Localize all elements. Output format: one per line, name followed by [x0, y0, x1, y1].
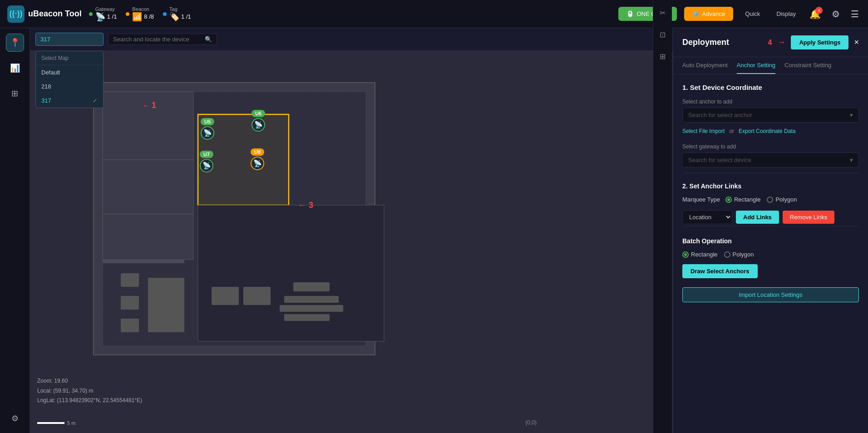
map-toolbar: 317 218 Default 🔍: [30, 28, 673, 51]
polygon-radio-circle: [767, 197, 773, 203]
map-select-dropdown[interactable]: 317 218 Default: [35, 33, 104, 46]
anchor-u5[interactable]: U5 📡: [201, 118, 214, 140]
file-import-link[interactable]: Select File Import: [682, 128, 725, 134]
search-bar[interactable]: 🔍: [108, 34, 217, 45]
remove-links-button[interactable]: Remove Links: [783, 211, 834, 224]
beacon-dot: [126, 12, 129, 16]
map-canvas[interactable]: U5 📡 U6 📡 U7 📡 U8 📡 ← 3: [30, 51, 673, 433]
menu-button[interactable]: ☰: [849, 7, 861, 21]
close-panel-button[interactable]: ×: [854, 38, 859, 47]
map-select-wrap: 317 218 Default: [35, 33, 104, 46]
tab-auto-deployment[interactable]: Auto Deployment: [682, 57, 728, 74]
scale-label: 5 m: [67, 420, 75, 426]
mini-split-icon[interactable]: ⊡: [656, 27, 670, 42]
svg-rect-5: [103, 214, 193, 260]
notification-button[interactable]: 🔔 4: [808, 7, 823, 21]
dropdown-item-default[interactable]: Default: [36, 65, 103, 79]
section2-title: 2. Set Anchor Links: [682, 182, 859, 190]
gateway-dot: [89, 12, 93, 16]
logo-icon: ((·)): [7, 5, 25, 23]
tag-item: Tag 🏷️ 1 /1: [163, 6, 191, 22]
settings-button[interactable]: ⚙: [830, 7, 842, 21]
svg-rect-9: [284, 296, 339, 303]
panel-header-right: 4 → Apply Settings ×: [768, 35, 859, 49]
radio-rectangle[interactable]: Rectangle: [725, 196, 761, 203]
beacon-item: Beacon 📶 8 /8: [126, 6, 154, 22]
one-click-icon: 🖱️: [626, 10, 634, 17]
marquee-label: Marquee Type: [682, 196, 720, 203]
import-location-button[interactable]: Import Location Settings: [682, 287, 859, 302]
annotation-1: ← 1: [143, 101, 156, 110]
anchor-u7[interactable]: U7 📡: [200, 151, 213, 172]
section-divider-2: [682, 226, 859, 226]
gateway-select-field[interactable]: Search for select device ▾: [682, 153, 859, 167]
map-area: 317 218 Default 🔍 Select Map Default 218…: [30, 28, 673, 433]
svg-rect-14: [121, 273, 139, 287]
annotation-3: ← 3: [298, 201, 313, 210]
anchor-u8[interactable]: U8 📡: [251, 148, 264, 170]
search-input[interactable]: [113, 36, 202, 43]
export-link[interactable]: Export Coordinate Data: [739, 128, 795, 134]
gateway-field-label: Select gateway to add: [682, 143, 859, 150]
batch-radio-rectangle[interactable]: Rectangle: [682, 251, 718, 258]
tab-constraint-setting[interactable]: Constraint Setting: [784, 57, 831, 74]
tag-label: Tag: [169, 6, 191, 12]
anchor-u6[interactable]: U6 📡: [252, 110, 265, 132]
batch-radio-row: Rectangle Polygon: [682, 251, 859, 258]
tag-info: Tag 🏷️ 1 /1: [169, 6, 191, 22]
svg-rect-16: [121, 319, 139, 332]
section1-title: 1. Set Device Coordinate: [682, 84, 859, 91]
dropdown-header: Select Map: [36, 51, 103, 65]
batch-radio-polygon[interactable]: Polygon: [724, 251, 754, 258]
display-button[interactable]: Display: [772, 8, 800, 20]
apply-settings-button[interactable]: Apply Settings: [791, 35, 848, 49]
radio-polygon[interactable]: Polygon: [767, 196, 797, 203]
sidebar-item-grid[interactable]: ⊞: [6, 84, 24, 103]
gateway-label: Gateway: [95, 6, 117, 12]
advance-icon: ⚙️: [692, 10, 700, 17]
lnglat-info: LngLat: (113.94823902°N, 22.54554481°E): [37, 396, 142, 406]
main-layout: 📍 📊 ⊞ ⚙ 317 218 Default 🔍 Select Map: [0, 28, 868, 433]
beacon-label: Beacon: [132, 6, 154, 12]
sidebar-item-settings[interactable]: ⚙: [6, 409, 24, 428]
annotation-4: 4: [768, 39, 772, 47]
gateway-dropdown-icon: ▾: [850, 157, 853, 163]
device-group: Gateway 📡 1 /1 Beacon 📶 8 /8 Tag: [89, 6, 191, 22]
svg-rect-12: [212, 287, 239, 305]
advance-label: Advance: [702, 10, 725, 17]
zoom-info: Zoom: 19.60: [37, 376, 142, 386]
location-select[interactable]: Location: [682, 210, 732, 224]
advance-button[interactable]: ⚙️ Advance: [684, 7, 734, 21]
panel-header: Deployment 4 → Apply Settings ×: [673, 28, 868, 57]
dropdown-item-218[interactable]: 218: [36, 79, 103, 93]
section-divider-1: [682, 173, 859, 173]
app-logo: ((·)) uBeacon Tool: [7, 5, 82, 23]
tag-dot: [163, 12, 167, 16]
right-mini-toolbar: ✂ ⊡ ⊞: [653, 0, 672, 433]
right-panel: Deployment 4 → Apply Settings × Auto Dep…: [673, 28, 868, 433]
gateway-info: Gateway 📡 1 /1: [95, 6, 117, 22]
beacon-info: Beacon 📶 8 /8: [132, 6, 154, 22]
gateway-item: Gateway 📡 1 /1: [89, 6, 117, 22]
mini-layers-icon[interactable]: ⊞: [656, 49, 670, 64]
batch-section: Batch Operation Rectangle Polygon Draw S…: [682, 237, 859, 302]
batch-title: Batch Operation: [682, 237, 859, 245]
draw-select-anchors-button[interactable]: Draw Select Anchors: [682, 264, 758, 278]
sidebar-item-chart[interactable]: 📊: [6, 59, 24, 77]
svg-rect-15: [121, 296, 139, 310]
anchor-select-field[interactable]: Search for select anchor ▾: [682, 108, 859, 123]
batch-polygon-circle: [724, 251, 730, 258]
mini-scissors-icon[interactable]: ✂: [656, 5, 670, 20]
quick-button[interactable]: Quick: [740, 8, 764, 20]
sidebar-item-location[interactable]: 📍: [6, 34, 24, 52]
batch-rectangle-circle: [682, 251, 689, 258]
map-scale: 5 m: [37, 420, 75, 426]
arrow-right-icon: →: [777, 38, 785, 47]
add-links-button[interactable]: Add Links: [736, 211, 779, 224]
dropdown-item-317[interactable]: 317 ✓: [36, 93, 103, 108]
map-coords: (0,0): [525, 419, 537, 426]
or-text: or: [729, 128, 734, 134]
marquee-radio-group: Rectangle Polygon: [725, 196, 797, 203]
file-import-row: Select File Import or Export Coordinate …: [682, 128, 859, 134]
tab-anchor-setting[interactable]: Anchor Setting: [737, 57, 775, 74]
